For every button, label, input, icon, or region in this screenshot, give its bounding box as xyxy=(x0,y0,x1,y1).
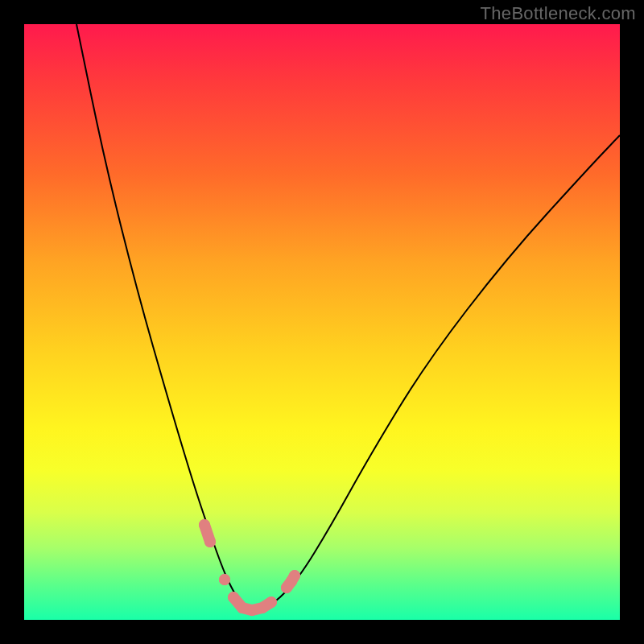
marker-cap xyxy=(237,602,248,613)
marker-cap xyxy=(266,597,277,608)
marker-cap xyxy=(289,570,300,581)
marker-cap xyxy=(199,519,210,530)
marker-group xyxy=(199,519,300,616)
marker-cap xyxy=(228,592,239,603)
marker-cap xyxy=(219,574,230,585)
watermark-text: TheBottleneck.com xyxy=(481,3,636,24)
marker-cap xyxy=(204,536,216,547)
bottleneck-curve xyxy=(76,24,620,610)
chart-svg xyxy=(24,24,620,620)
chart-frame xyxy=(24,24,620,620)
marker-cap xyxy=(246,605,258,616)
